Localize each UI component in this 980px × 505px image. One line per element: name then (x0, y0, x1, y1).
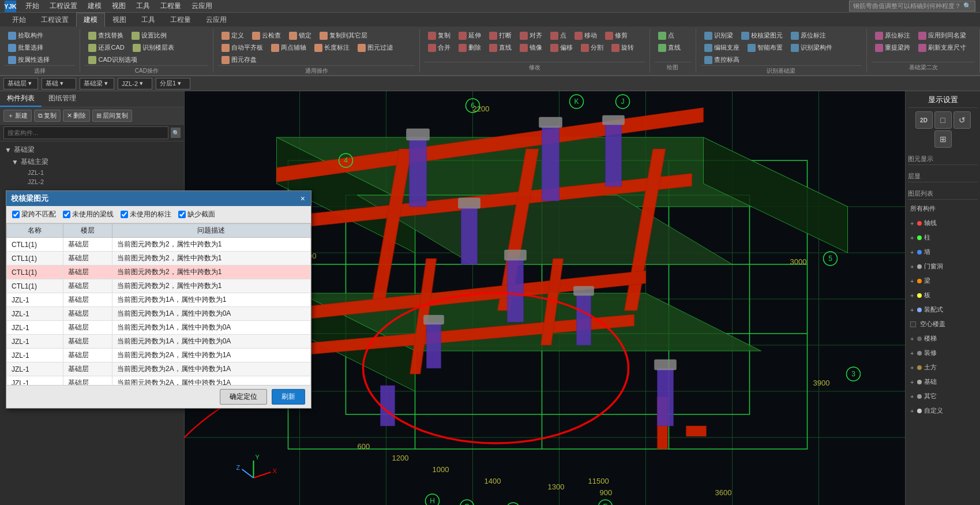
table-row[interactable]: JZL-1基础层当前图元跨数为1A，属性中跨数为0A (7, 321, 311, 335)
btn-rotate[interactable]: 旋转 (608, 42, 637, 53)
tree-group-label-foundation-beam[interactable]: ▼ 基础梁 (2, 144, 182, 156)
layer-item-axis[interactable]: + 轴线 (908, 218, 978, 229)
btn-cad-options[interactable]: CAD识别选项 (85, 54, 140, 65)
filter-missingsec-checkbox[interactable] (178, 211, 186, 218)
btn-delete[interactable]: 删除 (455, 42, 485, 53)
menu-start[interactable]: 开始 (21, 0, 44, 12)
menu-build[interactable]: 建模 (83, 0, 106, 12)
ribbon-tab-quantity[interactable]: 工程量 (163, 13, 198, 27)
btn-smart-place[interactable]: 智能布置 (744, 42, 786, 53)
btn-edit-support[interactable]: 编辑支座 (701, 42, 743, 53)
btn-query-height[interactable]: 查控标高 (701, 54, 743, 65)
btn-respan[interactable]: 重提梁跨 (872, 42, 914, 53)
btn-merge[interactable]: 合并 (425, 42, 454, 53)
layer-item-custom[interactable]: + 自定义 (908, 405, 978, 416)
tab-component-list[interactable]: 构件列表 (0, 91, 42, 107)
btn-copy-other[interactable]: 复制到其它层 (316, 30, 371, 41)
ribbon-tab-build[interactable]: 建模 (76, 13, 105, 27)
tree-item-jzl1[interactable]: JZL-1 (16, 168, 182, 177)
btn-define[interactable]: 定义 (218, 30, 247, 41)
ribbon-tab-tools[interactable]: 工具 (134, 13, 163, 27)
menu-project-settings[interactable]: 工程设置 (45, 0, 82, 12)
btn-new-component[interactable]: ＋ 新建 (3, 110, 32, 122)
btn-break[interactable]: 打断 (486, 30, 515, 41)
table-row[interactable]: JZL-1基础层当前图元跨数为2A，属性中跨数为1A (7, 349, 311, 362)
btn-copy-component[interactable]: ⧉ 复制 (34, 110, 61, 122)
btn-batch[interactable]: 批量选择 (5, 42, 47, 53)
layer-item-beam[interactable]: + 梁 (908, 275, 978, 286)
layer-item-foundation[interactable]: + 基础 (908, 376, 978, 387)
btn-save-elem[interactable]: 图元存盘 (218, 54, 260, 65)
btn-grid-view[interactable]: ⊞ (934, 130, 952, 148)
btn-two-axis[interactable]: 两点辅轴 (268, 42, 310, 53)
layer-item-hollow-cover[interactable]: 空心楼盖 (908, 319, 978, 330)
layer-dropdown-3[interactable]: JZL-2 ▾ (118, 78, 152, 89)
table-row[interactable]: CTL1(1)基础层当前图元跨数为2，属性中跨数为1 (7, 238, 311, 252)
btn-extend[interactable]: 延伸 (455, 30, 485, 41)
btn-straight-line[interactable]: 直线 (486, 42, 515, 53)
btn-rotate-view[interactable]: ↺ (953, 111, 971, 129)
btn-point[interactable]: 点 (547, 30, 570, 41)
layer-item-other[interactable]: + 其它 (908, 391, 978, 402)
btn-new-sup-size[interactable]: 刷新支座尺寸 (915, 42, 970, 53)
btn-delete-component[interactable]: ✕ 删除 (63, 110, 90, 122)
btn-apply-same-name[interactable]: 应用到同名梁 (915, 30, 970, 41)
btn-recog-comp[interactable]: 识别梁构件 (787, 42, 836, 53)
layer-item-door-window[interactable]: + 门窗洞 (908, 261, 978, 272)
menu-tools[interactable]: 工具 (132, 0, 155, 12)
search-icon[interactable]: 🔍 (963, 2, 971, 10)
btn-interlayer-copy[interactable]: ⊞ 层间复制 (92, 110, 132, 122)
btn-align[interactable]: 对齐 (516, 30, 546, 41)
filter-mismatch[interactable]: 梁跨不匹配 (12, 210, 56, 219)
layer-dropdown-4[interactable]: 分层1 ▾ (156, 78, 190, 89)
btn-cloud-check[interactable]: 云检查 (249, 30, 284, 41)
tree-subgroup-label[interactable]: ▼ 基础主梁 (9, 156, 182, 168)
filter-unused-line[interactable]: 未使用的梁线 (63, 210, 114, 219)
btn-prop-select[interactable]: 按属性选择 (5, 54, 53, 65)
filter-missing-section[interactable]: 缺少截面 (178, 210, 215, 219)
table-row[interactable]: JZL-1基础层当前图元跨数为1A，属性中跨数为0A (7, 335, 311, 349)
btn-filter[interactable]: 图元过滤 (354, 42, 396, 53)
btn-find-replace[interactable]: 查找替换 (85, 30, 127, 41)
btn-restore-cad[interactable]: 还原CAD (85, 42, 127, 53)
ribbon-tab-start[interactable]: 开始 (5, 13, 33, 27)
btn-pick[interactable]: 拾取构件 (5, 30, 47, 41)
ribbon-tab-view[interactable]: 视图 (105, 13, 134, 27)
layer-dropdown-1[interactable]: 基础 ▾ (42, 78, 76, 89)
table-row[interactable]: JZL-1基础层当前图元跨数为1A，属性中跨数为1 (7, 293, 311, 307)
tree-item-jzl2[interactable]: JZL-2 (16, 177, 182, 186)
btn-refresh[interactable]: 刷新 (272, 389, 305, 405)
layer-dropdown-0[interactable]: 基础层 ▾ (3, 78, 38, 89)
table-row[interactable]: CTL1(1)基础层当前图元跨数为2，属性中跨数为1 (7, 265, 311, 279)
btn-split[interactable]: 分割 (577, 42, 607, 53)
filter-mismatch-checkbox[interactable] (12, 211, 20, 218)
layer-item-column[interactable]: + 柱 (908, 232, 978, 243)
filter-unused-mark[interactable]: 未使用的标注 (121, 210, 171, 219)
btn-draw-point[interactable]: 点 (655, 30, 678, 41)
btn-set-scale[interactable]: 设置比例 (128, 30, 170, 41)
btn-recog-floors[interactable]: 识别楼层表 (129, 42, 178, 53)
layer-item-earthwork[interactable]: + 土方 (908, 362, 978, 373)
table-row[interactable]: CTL1(1)基础层当前图元跨数为2，属性中跨数为1 (7, 252, 311, 265)
btn-copy[interactable]: 复制 (425, 30, 454, 41)
btn-check-beam[interactable]: 校核梁图元 (738, 30, 786, 41)
btn-move[interactable]: 移动 (571, 30, 600, 41)
ribbon-tab-project[interactable]: 工程设置 (33, 13, 76, 27)
table-row[interactable]: JZL-1基础层当前图元跨数为1A，属性中跨数为0A (7, 307, 311, 321)
btn-2d-view[interactable]: 2D (915, 111, 933, 129)
search-submit-icon[interactable]: 🔍 (171, 128, 181, 138)
btn-recog-beam[interactable]: 识别梁 (701, 30, 737, 41)
btn-orig-mark2[interactable]: 原位标注 (872, 30, 914, 41)
table-row[interactable]: JZL-1基础层当前图元跨数为2A，属性中跨数为1A (7, 362, 311, 376)
tab-drawing-mgr[interactable]: 图纸管理 (42, 91, 83, 107)
layer-dropdown-2[interactable]: 基础梁 ▾ (80, 78, 114, 89)
layer-item-slab[interactable]: + 板 (908, 290, 978, 301)
layer-item-wall[interactable]: + 墙 (908, 246, 978, 257)
menu-view[interactable]: 视图 (107, 0, 130, 12)
table-row[interactable]: CTL1(1)基础层当前图元跨数为2，属性中跨数为1 (7, 279, 311, 293)
btn-lock[interactable]: 锁定 (286, 30, 315, 41)
filter-unusedline-checkbox[interactable] (63, 211, 70, 218)
layer-item-decor[interactable]: + 装修 (908, 347, 978, 358)
dialog-close-button[interactable]: × (299, 194, 306, 203)
menu-cloud[interactable]: 云应用 (187, 0, 217, 12)
